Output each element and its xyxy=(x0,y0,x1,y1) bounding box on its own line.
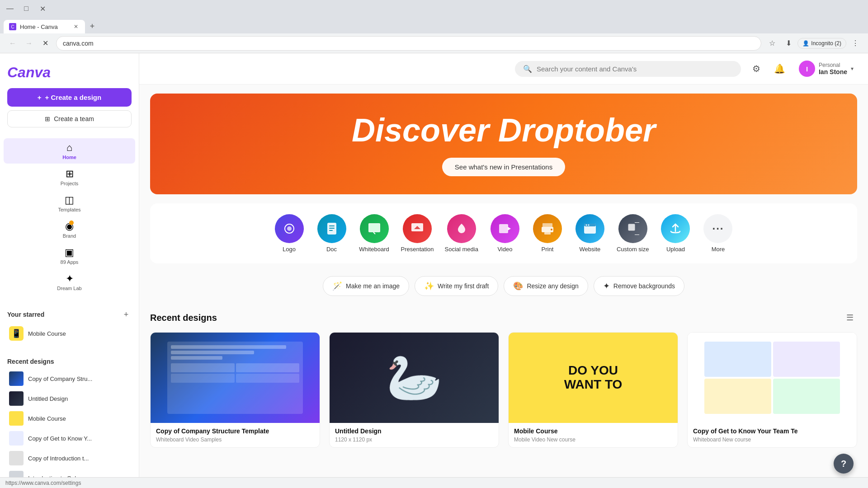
main-header: 🔍 ⚙ 🔔 I Personal Ian Stone ▾ xyxy=(139,53,868,84)
reload-btn[interactable]: ✕ xyxy=(38,36,52,51)
design-type-whiteboard[interactable]: Whiteboard xyxy=(359,214,390,253)
user-profile[interactable]: I Personal Ian Stone ▾ xyxy=(795,59,857,79)
logo-label: Logo xyxy=(283,246,296,253)
starred-header: Your starred + xyxy=(7,309,132,320)
svg-point-19 xyxy=(585,225,587,226)
section-header: Recent designs ☰ xyxy=(150,310,857,325)
tab-close-btn[interactable]: ✕ xyxy=(72,23,80,30)
active-tab[interactable]: C Home - Canva ✕ xyxy=(4,20,85,33)
recent-thumb-5 xyxy=(9,451,24,465)
design-type-print[interactable]: Print xyxy=(532,214,563,253)
section-title: Recent designs xyxy=(150,313,217,323)
sidebar-item-apps-label: 89 Apps xyxy=(61,259,79,265)
incognito-icon: 👤 xyxy=(802,40,809,47)
menu-btn[interactable]: ⋮ xyxy=(848,36,863,51)
hero-cta-button[interactable]: See what's new in Presentations xyxy=(442,158,565,176)
sidebar-item-brand[interactable]: ◉ Brand xyxy=(4,217,135,242)
recent-thumb-2 xyxy=(9,391,24,406)
sidebar-item-templates[interactable]: ◫ Templates xyxy=(4,191,135,216)
url-text: canva.com xyxy=(63,40,94,47)
forward-btn[interactable]: → xyxy=(22,36,36,51)
tab-favicon: C xyxy=(9,23,16,30)
design-type-presentation[interactable]: Presentation xyxy=(401,214,434,253)
resize-btn[interactable]: 🎨 Resize any design xyxy=(504,276,588,296)
settings-btn[interactable]: ⚙ xyxy=(748,61,764,77)
thumb-card-inner xyxy=(773,342,840,377)
write-draft-btn[interactable]: ✨ Write my first draft xyxy=(415,276,498,296)
sidebar-item-brand-label: Brand xyxy=(63,233,76,239)
bookmark-btn[interactable]: ☆ xyxy=(765,36,779,51)
design-info-3: Mobile Course Mobile Video New course xyxy=(509,423,678,447)
design-type-more[interactable]: ··· More xyxy=(702,214,734,253)
recent-item-6[interactable]: Introduction to Onboar... xyxy=(7,468,132,477)
design-type-logo[interactable]: Logo xyxy=(274,214,305,253)
create-design-plus-icon: + xyxy=(38,94,42,101)
new-tab-btn[interactable]: + xyxy=(87,21,98,32)
sidebar-item-home[interactable]: ⌂ Home xyxy=(4,138,135,164)
design-card-1[interactable]: Copy of Company Structure Template White… xyxy=(150,332,320,448)
recent-item-1[interactable]: Copy of Company Stru... xyxy=(7,369,132,389)
address-bar[interactable]: canva.com xyxy=(56,36,761,51)
user-type: Personal xyxy=(819,62,847,68)
create-team-label: Create a team xyxy=(54,115,94,122)
design-type-video[interactable]: Video xyxy=(489,214,521,253)
dreamlab-icon: ✦ xyxy=(66,273,74,285)
custom-size-label: Custom size xyxy=(617,246,649,253)
back-btn[interactable]: ← xyxy=(5,36,20,51)
remove-bg-btn[interactable]: ✦ Remove backgrounds xyxy=(594,276,684,296)
view-toggle-btn[interactable]: ☰ xyxy=(843,310,857,325)
remove-bg-label: Remove backgrounds xyxy=(613,282,675,290)
svg-rect-3 xyxy=(329,225,335,226)
recent-item-name-4: Copy of Get to Know Y... xyxy=(28,435,130,442)
recent-header: Recent designs xyxy=(7,358,132,365)
recent-item-5[interactable]: Copy of Introduction t... xyxy=(7,448,132,468)
design-name-1: Copy of Company Structure Template xyxy=(156,427,314,435)
incognito-badge[interactable]: 👤 Incognito (2) xyxy=(797,38,846,49)
design-type-social[interactable]: Social media xyxy=(445,214,478,253)
sidebar-item-dreamlab-label: Dream Lab xyxy=(57,286,81,291)
thumb-card-inner xyxy=(773,379,840,414)
download-btn[interactable]: ⬇ xyxy=(781,36,796,51)
notifications-btn[interactable]: 🔔 xyxy=(772,61,788,77)
tab-title: Home - Canva xyxy=(20,23,58,30)
design-type-doc[interactable]: Doc xyxy=(316,214,348,253)
svg-point-1 xyxy=(287,226,292,231)
design-type-upload[interactable]: Upload xyxy=(660,214,691,253)
browser-toolbar: ← → ✕ canva.com ☆ ⬇ 👤 Incognito (2) ⋮ xyxy=(0,33,868,53)
create-design-button[interactable]: + + Create a design xyxy=(7,88,132,107)
tab-bar: C Home - Canva ✕ + xyxy=(0,17,868,33)
user-chevron-icon: ▾ xyxy=(851,66,854,72)
svg-rect-7 xyxy=(369,224,379,231)
design-card-3[interactable]: DO YOUWANT TO Mobile Course Mobile Video… xyxy=(508,332,678,448)
apps-icon: ▣ xyxy=(65,247,74,258)
design-card-4[interactable]: Copy of Get to Know Your Team Te Whitebo… xyxy=(687,332,857,448)
remove-bg-icon: ✦ xyxy=(603,281,610,291)
recent-item-4[interactable]: Copy of Get to Know Y... xyxy=(7,428,132,448)
print-label: Print xyxy=(542,246,554,253)
app-container: Canva + + Create a design ⊞ Create a tea… xyxy=(0,53,868,477)
design-type-website[interactable]: Website xyxy=(574,214,606,253)
make-image-btn[interactable]: 🪄 Make me an image xyxy=(323,276,409,296)
search-input[interactable] xyxy=(537,65,733,73)
recent-item-2[interactable]: Untitled Design xyxy=(7,389,132,408)
svg-rect-21 xyxy=(628,224,635,230)
design-name-3: Mobile Course xyxy=(514,427,672,435)
user-info: Personal Ian Stone xyxy=(819,62,847,75)
sidebar-item-dreamlab[interactable]: ✦ Dream Lab xyxy=(4,269,135,295)
design-type-custom[interactable]: Custom size xyxy=(617,214,649,253)
window-close-btn[interactable]: ✕ xyxy=(36,2,49,15)
status-bar: https://www.canva.com/settings xyxy=(0,477,868,488)
add-starred-btn[interactable]: + xyxy=(121,309,132,320)
resize-label: Resize any design xyxy=(527,282,578,290)
thumb-row xyxy=(171,351,254,354)
starred-item-mobile-course[interactable]: 📱 Mobile Course xyxy=(7,324,132,343)
sidebar-item-apps[interactable]: ▣ 89 Apps xyxy=(4,243,135,268)
recent-item-3[interactable]: Mobile Course xyxy=(7,408,132,428)
create-team-button[interactable]: ⊞ Create a team xyxy=(7,110,132,127)
sidebar-item-projects[interactable]: ⊞ Projects xyxy=(4,164,135,190)
window-maximize-btn[interactable]: □ xyxy=(20,2,33,15)
window-minimize-btn[interactable]: — xyxy=(4,2,16,15)
design-card-2[interactable]: 🦢 Untitled Design 1120 x 1120 px xyxy=(329,332,499,448)
resize-icon: 🎨 xyxy=(513,281,523,291)
help-button[interactable]: ? xyxy=(834,454,854,474)
